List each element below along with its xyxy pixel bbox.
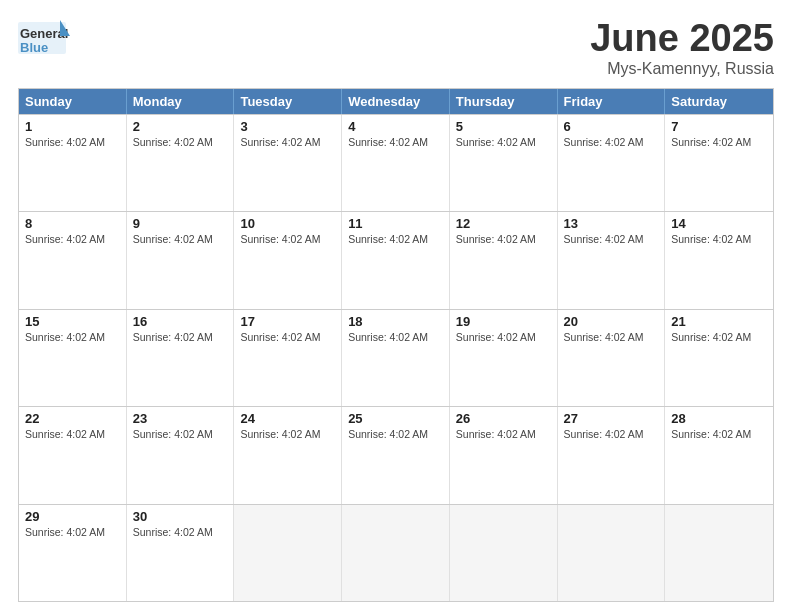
calendar-week: 8Sunrise: 4:02 AM9Sunrise: 4:02 AM10Sunr… — [19, 211, 773, 308]
calendar-cell: 4Sunrise: 4:02 AM — [342, 115, 450, 211]
calendar-week: 29Sunrise: 4:02 AM30Sunrise: 4:02 AM — [19, 504, 773, 601]
sunrise-info: Sunrise: 4:02 AM — [25, 331, 120, 343]
day-number: 30 — [133, 509, 228, 524]
sunrise-info: Sunrise: 4:02 AM — [240, 136, 335, 148]
day-number: 5 — [456, 119, 551, 134]
calendar-header-cell: Wednesday — [342, 89, 450, 114]
sunrise-info: Sunrise: 4:02 AM — [456, 233, 551, 245]
sunrise-info: Sunrise: 4:02 AM — [25, 136, 120, 148]
calendar-cell — [450, 505, 558, 601]
calendar-cell: 17Sunrise: 4:02 AM — [234, 310, 342, 406]
calendar-cell: 10Sunrise: 4:02 AM — [234, 212, 342, 308]
sunrise-info: Sunrise: 4:02 AM — [456, 136, 551, 148]
sunrise-info: Sunrise: 4:02 AM — [133, 233, 228, 245]
day-number: 26 — [456, 411, 551, 426]
calendar-cell: 26Sunrise: 4:02 AM — [450, 407, 558, 503]
calendar-cell: 21Sunrise: 4:02 AM — [665, 310, 773, 406]
calendar-cell: 2Sunrise: 4:02 AM — [127, 115, 235, 211]
day-number: 16 — [133, 314, 228, 329]
calendar-header-cell: Monday — [127, 89, 235, 114]
sunrise-info: Sunrise: 4:02 AM — [133, 428, 228, 440]
calendar-week: 15Sunrise: 4:02 AM16Sunrise: 4:02 AM17Su… — [19, 309, 773, 406]
calendar-cell: 8Sunrise: 4:02 AM — [19, 212, 127, 308]
calendar: SundayMondayTuesdayWednesdayThursdayFrid… — [18, 88, 774, 602]
sunrise-info: Sunrise: 4:02 AM — [564, 136, 659, 148]
sunrise-info: Sunrise: 4:02 AM — [133, 136, 228, 148]
day-number: 21 — [671, 314, 767, 329]
day-number: 28 — [671, 411, 767, 426]
calendar-cell: 15Sunrise: 4:02 AM — [19, 310, 127, 406]
sunrise-info: Sunrise: 4:02 AM — [456, 428, 551, 440]
header: General Blue June 2025 Mys-Kamennyy, Rus… — [18, 18, 774, 78]
sunrise-info: Sunrise: 4:02 AM — [240, 331, 335, 343]
day-number: 9 — [133, 216, 228, 231]
sunrise-info: Sunrise: 4:02 AM — [348, 136, 443, 148]
day-number: 11 — [348, 216, 443, 231]
day-number: 3 — [240, 119, 335, 134]
day-number: 23 — [133, 411, 228, 426]
calendar-week: 22Sunrise: 4:02 AM23Sunrise: 4:02 AM24Su… — [19, 406, 773, 503]
day-number: 29 — [25, 509, 120, 524]
day-number: 25 — [348, 411, 443, 426]
calendar-cell: 1Sunrise: 4:02 AM — [19, 115, 127, 211]
sunrise-info: Sunrise: 4:02 AM — [671, 136, 767, 148]
logo-svg: General Blue — [18, 18, 70, 62]
calendar-header-row: SundayMondayTuesdayWednesdayThursdayFrid… — [19, 89, 773, 114]
calendar-cell: 3Sunrise: 4:02 AM — [234, 115, 342, 211]
sunrise-info: Sunrise: 4:02 AM — [133, 331, 228, 343]
location-title: Mys-Kamennyy, Russia — [590, 60, 774, 78]
calendar-header-cell: Saturday — [665, 89, 773, 114]
sunrise-info: Sunrise: 4:02 AM — [133, 526, 228, 538]
calendar-cell: 14Sunrise: 4:02 AM — [665, 212, 773, 308]
calendar-cell: 9Sunrise: 4:02 AM — [127, 212, 235, 308]
page: General Blue June 2025 Mys-Kamennyy, Rus… — [0, 0, 792, 612]
sunrise-info: Sunrise: 4:02 AM — [348, 233, 443, 245]
day-number: 1 — [25, 119, 120, 134]
day-number: 22 — [25, 411, 120, 426]
month-title: June 2025 — [590, 18, 774, 60]
title-block: June 2025 Mys-Kamennyy, Russia — [590, 18, 774, 78]
day-number: 7 — [671, 119, 767, 134]
calendar-header-cell: Friday — [558, 89, 666, 114]
day-number: 12 — [456, 216, 551, 231]
calendar-cell: 12Sunrise: 4:02 AM — [450, 212, 558, 308]
day-number: 27 — [564, 411, 659, 426]
day-number: 17 — [240, 314, 335, 329]
sunrise-info: Sunrise: 4:02 AM — [564, 233, 659, 245]
day-number: 14 — [671, 216, 767, 231]
day-number: 10 — [240, 216, 335, 231]
sunrise-info: Sunrise: 4:02 AM — [25, 428, 120, 440]
calendar-week: 1Sunrise: 4:02 AM2Sunrise: 4:02 AM3Sunri… — [19, 114, 773, 211]
day-number: 13 — [564, 216, 659, 231]
day-number: 6 — [564, 119, 659, 134]
sunrise-info: Sunrise: 4:02 AM — [671, 233, 767, 245]
logo: General Blue — [18, 18, 70, 66]
sunrise-info: Sunrise: 4:02 AM — [671, 428, 767, 440]
calendar-cell: 16Sunrise: 4:02 AM — [127, 310, 235, 406]
day-number: 20 — [564, 314, 659, 329]
calendar-body: 1Sunrise: 4:02 AM2Sunrise: 4:02 AM3Sunri… — [19, 114, 773, 601]
calendar-cell — [665, 505, 773, 601]
calendar-cell — [234, 505, 342, 601]
calendar-cell: 24Sunrise: 4:02 AM — [234, 407, 342, 503]
calendar-cell: 7Sunrise: 4:02 AM — [665, 115, 773, 211]
calendar-cell — [342, 505, 450, 601]
calendar-header-cell: Thursday — [450, 89, 558, 114]
svg-text:Blue: Blue — [20, 40, 48, 55]
day-number: 19 — [456, 314, 551, 329]
calendar-cell: 25Sunrise: 4:02 AM — [342, 407, 450, 503]
day-number: 15 — [25, 314, 120, 329]
calendar-cell: 22Sunrise: 4:02 AM — [19, 407, 127, 503]
calendar-cell: 11Sunrise: 4:02 AM — [342, 212, 450, 308]
calendar-header-cell: Tuesday — [234, 89, 342, 114]
sunrise-info: Sunrise: 4:02 AM — [671, 331, 767, 343]
calendar-cell: 5Sunrise: 4:02 AM — [450, 115, 558, 211]
calendar-cell: 23Sunrise: 4:02 AM — [127, 407, 235, 503]
calendar-cell: 6Sunrise: 4:02 AM — [558, 115, 666, 211]
calendar-cell: 13Sunrise: 4:02 AM — [558, 212, 666, 308]
calendar-cell: 18Sunrise: 4:02 AM — [342, 310, 450, 406]
day-number: 24 — [240, 411, 335, 426]
sunrise-info: Sunrise: 4:02 AM — [240, 233, 335, 245]
calendar-cell: 29Sunrise: 4:02 AM — [19, 505, 127, 601]
sunrise-info: Sunrise: 4:02 AM — [348, 331, 443, 343]
